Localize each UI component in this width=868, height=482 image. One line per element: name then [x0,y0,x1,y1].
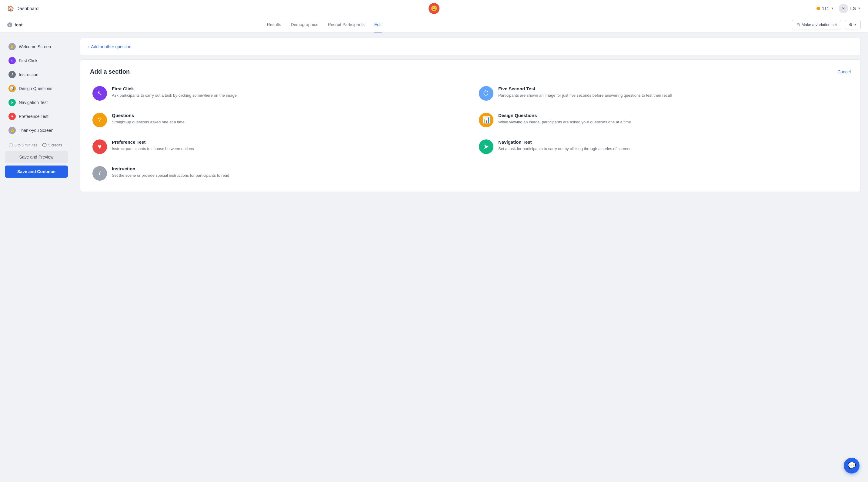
user-initials: LG [850,6,856,11]
cancel-link[interactable]: Cancel [837,69,851,74]
save-preview-button[interactable]: Save and Preview [5,151,68,163]
design-option-icon: 📊 [479,113,493,127]
project-title: test [14,22,23,27]
questions-option-name: Questions [112,113,185,118]
home-icon: 🏠 [7,5,14,12]
nav-left: 🏠 Dashboard [7,5,62,12]
firstclick-icon: ↖ [8,57,16,64]
thankyou-icon: 👍 [8,127,16,134]
option-preference[interactable]: ♥ Preference Test Instruct participants … [90,137,464,156]
preference-option-name: Preference Test [112,140,194,145]
nav-right: 111 ▼ LG ▼ [816,4,861,13]
sidebar-item-firstclick-label: First Click [19,58,37,63]
firstclick-option-icon: ↖ [92,86,107,101]
fivesecond-option-desc: Participants are shown an image for just… [498,92,672,98]
design-option-desc: While viewing an image, participants are… [498,119,631,125]
sidebar-meta: 🕐 3 to 5 minutes 💬 5 credits [5,140,68,151]
add-question-card: + Add another question [80,38,861,56]
sidebar-item-instruction-label: Instruction [19,72,38,77]
questions-option-icon: ? [92,113,107,127]
option-instruction[interactable]: i Instruction Set the scene or provide s… [90,164,464,183]
main-layout: ✋ Welcome Screen ↖ First Click i Instruc… [0,33,868,482]
settings-chevron-icon: ▼ [854,23,857,26]
tab-edit[interactable]: Edit [374,17,381,32]
credits-badge[interactable]: 111 ▼ [816,6,834,11]
sidebar-item-design-label: Design Questions [19,86,53,91]
firstclick-option-desc: Ask participants to carry out a task by … [112,92,237,98]
firstclick-option-name: First Click [112,86,237,91]
settings-button[interactable]: ⚙ ▼ [845,20,861,29]
option-firstclick[interactable]: ↖ First Click Ask participants to carry … [90,84,464,103]
time-label: 3 to 5 minutes [14,143,37,147]
chat-icon: 💬 [848,462,856,470]
preference-option-icon: ♥ [92,140,107,154]
save-continue-button[interactable]: Save and Continue [5,165,68,178]
sidebar-item-thankyou-label: Thank-you Screen [19,128,53,133]
sidebar-item-thankyou[interactable]: 👍 Thank-you Screen [5,124,68,137]
design-icon: 📊 [8,85,16,92]
tab-results[interactable]: Results [267,17,281,32]
sidebar-item-preference-label: Preference Test [19,114,49,119]
variation-label: Make a variation set [802,23,837,27]
option-questions[interactable]: ? Questions Straight-up questions asked … [90,110,464,130]
dashboard-label[interactable]: Dashboard [17,6,38,11]
add-section-card: Add a section Cancel ↖ First Click Ask p… [80,59,861,192]
preference-icon: ♥ [8,113,16,120]
instruction-option-icon: i [92,166,107,181]
sidebar: ✋ Welcome Screen ↖ First Click i Instruc… [0,33,73,482]
fivesecond-option-name: Five Second Test [498,86,672,91]
info-icon: i [7,23,12,27]
credits-dot-icon [816,7,820,10]
chat-button[interactable]: 💬 [844,458,860,474]
main-content: + Add another question Add a section Can… [73,33,868,482]
user-chevron-icon: ▼ [858,7,861,10]
sidebar-item-welcome[interactable]: ✋ Welcome Screen [5,40,68,53]
option-navigation[interactable]: ➤ Navigation Test Set a task for partici… [476,137,851,156]
tab-recruit[interactable]: Recruit Participants [328,17,365,32]
navtest-icon: ➤ [8,99,16,106]
sidebar-item-instruction[interactable]: i Instruction [5,68,68,81]
sub-nav: i test Results Demographics Recruit Part… [0,17,868,33]
credits-label: 5 credits [48,143,62,147]
variation-set-button[interactable]: ⊞ Make a variation set [792,20,841,29]
option-fivesecond[interactable]: ⏱ Five Second Test Participants are show… [476,84,851,103]
instruction-option-name: Instruction [112,166,229,171]
variation-icon: ⊞ [797,23,800,27]
time-meta: 🕐 3 to 5 minutes [8,143,37,147]
navigation-option-icon: ➤ [479,140,493,154]
credits-meta: 💬 5 credits [42,143,62,147]
sidebar-item-firstclick[interactable]: ↖ First Click [5,54,68,67]
sidebar-item-navtest[interactable]: ➤ Navigation Test [5,96,68,109]
sub-nav-right: ⊞ Make a variation set ⚙ ▼ [792,20,861,29]
navigation-option-desc: Set a task for participants to carry out… [498,146,631,152]
design-option-name: Design Questions [498,113,631,118]
sub-nav-tabs: Results Demographics Recruit Participant… [267,17,381,32]
navigation-option-name: Navigation Test [498,140,631,145]
app-logo: 😊 [429,3,439,14]
questions-option-desc: Straight-up questions asked one at a tim… [112,119,185,125]
instruction-icon: i [8,71,16,78]
sidebar-item-welcome-label: Welcome Screen [19,44,51,49]
section-grid: ↖ First Click Ask participants to carry … [90,84,851,183]
sub-nav-left: i test [7,22,62,27]
credits-count: 111 [822,6,829,11]
tab-demographics[interactable]: Demographics [291,17,318,32]
option-design[interactable]: 📊 Design Questions While viewing an imag… [476,110,851,130]
add-question-link[interactable]: + Add another question [88,44,131,49]
chat-icon: 💬 [42,143,47,147]
section-header: Add a section Cancel [90,68,851,75]
top-nav: 🏠 Dashboard 😊 111 ▼ LG ▼ [0,0,868,17]
clock-icon: 🕐 [8,143,13,147]
fivesecond-option-icon: ⏱ [479,86,493,101]
sidebar-item-design[interactable]: 📊 Design Questions [5,82,68,95]
preference-option-desc: Instruct participants to choose between … [112,146,194,152]
user-menu[interactable]: LG ▼ [839,4,861,13]
section-title: Add a section [90,68,130,75]
avatar [839,4,848,13]
welcome-icon: ✋ [8,43,16,50]
svg-point-0 [843,7,844,8]
credits-chevron-icon: ▼ [831,7,834,10]
instruction-option-desc: Set the scene or provide special instruc… [112,173,229,179]
sidebar-item-preference[interactable]: ♥ Preference Test [5,110,68,123]
gear-icon: ⚙ [849,23,852,27]
